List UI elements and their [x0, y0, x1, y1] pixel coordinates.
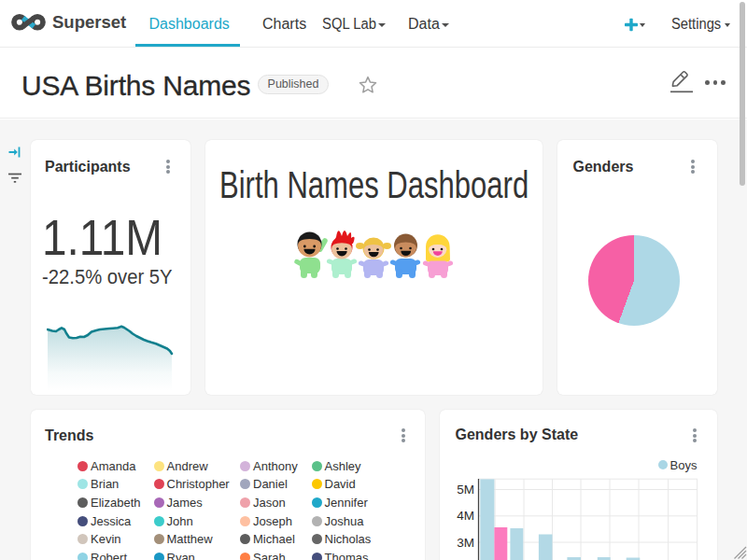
svg-text:4M: 4M: [457, 509, 474, 523]
svg-text:3M: 3M: [457, 536, 474, 550]
svg-text:5M: 5M: [457, 483, 474, 497]
